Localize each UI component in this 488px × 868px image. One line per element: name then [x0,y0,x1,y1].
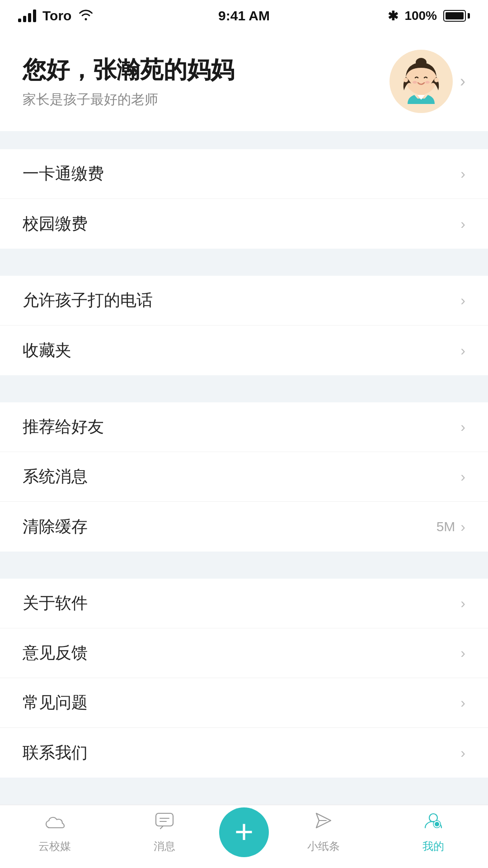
nav-item-cloud[interactable]: 云校媒 [0,811,110,854]
menu-item-favorites-label: 收藏夹 [23,340,71,362]
divider-4 [0,561,488,570]
personal-section: 允许孩子打的电话 › 收藏夹 › [0,276,488,375]
menu-item-contact-right: › [460,745,465,761]
svg-point-3 [434,78,439,82]
header-right[interactable]: › [389,50,465,113]
menu-item-recommend-right: › [460,419,465,435]
chevron-icon-recommend: › [460,419,465,435]
cache-size-badge: 5M [436,519,455,534]
menu-item-about[interactable]: 关于软件 › [0,579,488,628]
signal-icon [18,9,36,22]
menu-item-faq-right: › [460,694,465,711]
bottom-nav: 云校媒 消息 + 小纸条 [0,805,488,868]
menu-item-about-right: › [460,595,465,612]
svg-rect-7 [156,813,173,826]
menu-item-feedback[interactable]: 意见反馈 › [0,628,488,678]
chevron-icon-sysmsg: › [460,468,465,485]
menu-item-contact[interactable]: 联系我们 › [0,728,488,778]
menu-item-sysmsg-right: › [460,468,465,485]
menu-item-sysmsg-label: 系统消息 [23,466,88,488]
menu-item-favorites-right: › [460,342,465,359]
menu-item-about-label: 关于软件 [23,592,88,614]
menu-item-ykt-left: 一卡通缴费 [23,163,104,185]
menu-item-sysmsg[interactable]: 系统消息 › [0,452,488,502]
send-icon [314,811,333,835]
chevron-icon-calls: › [460,292,465,309]
avatar [389,50,453,113]
status-left: Toro [18,8,94,24]
divider-3 [0,384,488,393]
menu-item-ykt[interactable]: 一卡通缴费 › [0,149,488,199]
divider-1 [0,131,488,140]
chevron-icon-ykt: › [460,165,465,182]
menu-item-faq-label: 常见问题 [23,692,88,714]
svg-point-1 [416,58,427,67]
chevron-icon-campus: › [460,216,465,232]
social-section: 推荐给好友 › 系统消息 › 清除缓存 5M › [0,402,488,552]
svg-point-15 [435,822,439,826]
nav-messages-label: 消息 [154,839,175,854]
menu-item-feedback-label: 意见反馈 [23,642,88,664]
menu-item-campus-label: 校园缴费 [23,213,88,235]
info-section: 关于软件 › 意见反馈 › 常见问题 › 联系我们 › [0,579,488,778]
menu-item-cache-label: 清除缓存 [23,516,88,538]
status-bar: Toro 9:41 AM ✱ 100% [0,0,488,32]
menu-item-ykt-right: › [460,165,465,182]
svg-point-4 [413,81,417,84]
nav-item-messages[interactable]: 消息 [110,811,220,854]
nav-mine-label: 我的 [422,839,444,854]
nav-cloud-label: 云校媒 [38,839,71,854]
menu-item-contact-label: 联系我们 [23,742,88,764]
menu-item-campus[interactable]: 校园缴费 › [0,199,488,249]
divider-2 [0,258,488,267]
greeting-text: 您好，张瀚苑的妈妈 [23,54,389,86]
menu-item-calls-right: › [460,292,465,309]
nav-item-add[interactable]: + [219,807,269,857]
cloud-icon [44,811,66,835]
chevron-icon-cache: › [460,519,465,535]
menu-item-faq-left: 常见问题 [23,692,88,714]
menu-item-recommend-label: 推荐给好友 [23,416,104,438]
nav-item-notes[interactable]: 小纸条 [269,811,379,854]
plus-icon: + [235,815,253,848]
chevron-icon-about: › [460,595,465,612]
menu-item-campus-left: 校园缴费 [23,213,88,235]
wifi-icon [78,8,94,24]
subtitle-text: 家长是孩子最好的老师 [23,90,389,109]
nav-item-mine[interactable]: 我的 [379,811,488,854]
chevron-icon-favorites: › [460,342,465,359]
menu-item-calls-left: 允许孩子打的电话 [23,289,153,311]
carrier-label: Toro [42,8,71,24]
menu-item-feedback-right: › [460,645,465,661]
menu-item-recommend-left: 推荐给好友 [23,416,104,438]
profile-chevron-icon: › [460,72,465,91]
battery-icon [443,10,470,22]
chat-icon [154,811,175,835]
menu-item-faq[interactable]: 常见问题 › [0,678,488,728]
battery-label: 100% [404,9,437,23]
menu-item-calls-label: 允许孩子打的电话 [23,289,153,311]
menu-item-favorites[interactable]: 收藏夹 › [0,326,488,375]
menu-item-contact-left: 联系我们 [23,742,88,764]
menu-item-calls[interactable]: 允许孩子打的电话 › [0,276,488,326]
chevron-icon-contact: › [460,745,465,761]
menu-item-recommend[interactable]: 推荐给好友 › [0,402,488,452]
status-right: ✱ 100% [388,9,470,24]
menu-item-campus-right: › [460,216,465,232]
add-button[interactable]: + [219,807,269,857]
menu-item-cache-left: 清除缓存 [23,516,88,538]
menu-item-cache-right: 5M › [436,519,465,535]
nav-notes-label: 小纸条 [307,839,340,854]
chevron-icon-feedback: › [460,645,465,661]
profile-header[interactable]: 您好，张瀚苑的妈妈 家长是孩子最好的老师 [0,32,488,131]
payment-section: 一卡通缴费 › 校园缴费 › [0,149,488,249]
bluetooth-icon: ✱ [388,9,398,24]
svg-point-2 [404,78,408,82]
person-icon [423,811,443,835]
status-time: 9:41 AM [218,8,270,24]
menu-item-feedback-left: 意见反馈 [23,642,88,664]
header-text: 您好，张瀚苑的妈妈 家长是孩子最好的老师 [23,54,389,109]
menu-item-about-left: 关于软件 [23,592,88,614]
menu-item-cache[interactable]: 清除缓存 5M › [0,502,488,552]
svg-point-5 [425,81,430,84]
